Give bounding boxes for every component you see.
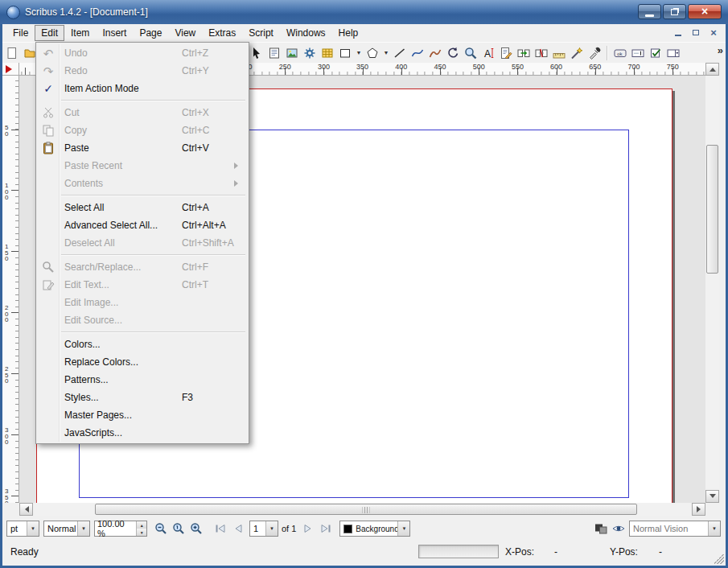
menu-item-patterns[interactable]: Patterns... [36, 371, 249, 389]
pdf-push-button-icon[interactable]: ok [612, 45, 628, 61]
pdf-text-field-icon[interactable] [630, 45, 646, 61]
vertical-ruler[interactable]: 5 01 0 01 5 02 0 02 5 03 0 03 5 0 [2, 76, 19, 503]
menu-item-paste-recent[interactable]: Paste Recent [36, 157, 249, 175]
menubar-item-windows[interactable]: Windows [280, 25, 332, 41]
menu-item-deselect-all[interactable]: Deselect AllCtrl+Shift+A [36, 234, 249, 252]
menu-item-replace-colors[interactable]: Replace Colors... [36, 353, 249, 371]
menu-item-styles[interactable]: Styles...F3 [36, 389, 249, 406]
menu-item-advanced-select-all[interactable]: Advanced Select All...Ctrl+Alt+A [36, 216, 249, 234]
quality-combo[interactable]: Normal ▼ [43, 521, 90, 537]
menu-item-copy[interactable]: CopyCtrl+C [36, 121, 249, 139]
menu-item-search-replace[interactable]: Search/Replace...Ctrl+F [36, 258, 249, 276]
link-text-frames-icon[interactable] [516, 45, 532, 61]
spin-arrows[interactable]: ▲▼ [136, 521, 146, 536]
horizontal-scrollbar-thumb[interactable] [95, 504, 637, 515]
ruler-origin-corner[interactable] [2, 63, 19, 76]
close-button[interactable]: × [688, 4, 722, 19]
copy-item-properties-icon[interactable] [569, 45, 585, 61]
horizontal-scrollbar[interactable] [19, 503, 705, 516]
zoom-100-button[interactable] [170, 520, 187, 537]
minimize-button[interactable] [638, 4, 661, 19]
zoom-level-spinbox[interactable]: 100.00 % ▲▼ [94, 521, 147, 537]
h-ruler-label: 400 [395, 63, 407, 71]
toolbar-overflow-chevron-icon[interactable]: » [718, 44, 723, 56]
menubar-item-extras[interactable]: Extras [202, 25, 242, 41]
insert-freehand-line-icon[interactable] [427, 45, 443, 61]
mdi-window-controls: × [672, 27, 720, 38]
edit-contents-icon[interactable]: A [480, 45, 496, 61]
previous-page-button[interactable] [229, 520, 247, 537]
menu-item-cut[interactable]: CutCtrl+X [36, 104, 249, 121]
zoom-out-button[interactable] [152, 520, 170, 537]
menu-item-master-pages[interactable]: Master Pages... [36, 406, 249, 424]
mdi-minimize-button[interactable] [672, 27, 685, 38]
resize-grip[interactable] [714, 554, 724, 564]
zoom-in-button[interactable] [187, 520, 205, 537]
maximize-button[interactable] [663, 4, 686, 19]
color-management-toggle[interactable] [592, 520, 610, 537]
copy-icon [40, 123, 56, 138]
mdi-restore-button[interactable] [689, 27, 702, 38]
mdi-close-button[interactable]: × [707, 27, 720, 38]
vertical-scrollbar-thumb[interactable] [706, 145, 718, 274]
next-page-button[interactable] [299, 520, 317, 537]
last-page-button[interactable] [317, 520, 335, 537]
menubar-item-view[interactable]: View [168, 25, 202, 41]
menu-item-label: JavaScripts... [64, 427, 122, 438]
vertical-scrollbar[interactable] [705, 63, 719, 503]
insert-polygon-icon[interactable] [364, 45, 380, 61]
menu-item-contents[interactable]: Contents [36, 175, 249, 192]
spin-up-icon[interactable]: ▲ [137, 521, 146, 529]
menu-item-edit-source[interactable]: Edit Source... [36, 311, 249, 329]
insert-shape-icon[interactable] [337, 45, 353, 61]
dropdown-arrow-icon[interactable]: ▼ [355, 50, 363, 56]
menu-item-select-all[interactable]: Select AllCtrl+A [36, 199, 249, 216]
select-item-icon[interactable] [249, 45, 265, 61]
unit-combo[interactable]: pt ▼ [6, 521, 39, 537]
scroll-right-button[interactable] [692, 503, 705, 516]
first-page-button[interactable] [212, 520, 229, 537]
insert-text-frame-icon[interactable] [266, 45, 282, 61]
menubar-item-help[interactable]: Help [332, 25, 365, 41]
scroll-up-button[interactable] [705, 63, 719, 76]
menu-item-undo[interactable]: ↶UndoCtrl+Z [36, 44, 249, 62]
layer-combo[interactable]: Background ▼ [339, 521, 410, 537]
page-number-combo[interactable]: 1 ▼ [249, 521, 278, 537]
new-document-icon[interactable] [4, 45, 20, 61]
menu-item-label: Item Action Mode [64, 83, 139, 94]
menubar-item-edit[interactable]: Edit [35, 25, 64, 41]
unlink-text-frames-icon[interactable] [533, 45, 549, 61]
scroll-down-button[interactable] [705, 490, 719, 503]
zoom-value: 100.00 % [95, 519, 136, 538]
menubar-item-script[interactable]: Script [242, 25, 280, 41]
insert-table-icon[interactable] [319, 45, 335, 61]
insert-bezier-curve-icon[interactable] [409, 45, 426, 61]
menu-item-item-action-mode[interactable]: ✓Item Action Mode [36, 80, 249, 97]
edit-text-story-editor-icon[interactable] [498, 45, 514, 61]
vision-combo[interactable]: Normal Vision ▼ [629, 521, 721, 537]
pdf-check-box-icon[interactable] [648, 45, 664, 61]
scroll-left-button[interactable] [19, 503, 33, 516]
menubar-item-file[interactable]: File [6, 25, 35, 41]
zoom-icon[interactable] [463, 45, 479, 61]
rotate-item-icon[interactable] [445, 45, 461, 61]
menu-item-paste[interactable]: PasteCtrl+V [36, 139, 249, 157]
dropdown-arrow-icon[interactable]: ▼ [382, 50, 390, 56]
measurements-icon[interactable] [551, 45, 567, 61]
pdf-combo-box-icon[interactable] [665, 45, 681, 61]
spin-down-icon[interactable]: ▼ [137, 529, 146, 536]
menu-item-edit-image[interactable]: Edit Image... [36, 294, 249, 311]
menu-item-edit-text[interactable]: Edit Text...Ctrl+T [36, 276, 249, 294]
eye-dropper-icon[interactable] [586, 45, 603, 61]
insert-line-icon[interactable] [392, 45, 408, 61]
menubar-item-page[interactable]: Page [133, 25, 168, 41]
insert-render-frame-icon[interactable] [302, 45, 318, 61]
preview-mode-toggle[interactable] [610, 520, 627, 537]
menu-item-javascripts[interactable]: JavaScripts... [36, 424, 249, 442]
menubar-item-insert[interactable]: Insert [96, 25, 133, 41]
arrow-up-icon [709, 64, 716, 72]
insert-image-frame-icon[interactable] [284, 45, 300, 61]
menubar-item-item[interactable]: Item [64, 25, 96, 41]
menu-item-colors[interactable]: Colors... [36, 335, 249, 353]
menu-item-redo[interactable]: ↷RedoCtrl+Y [36, 62, 249, 80]
